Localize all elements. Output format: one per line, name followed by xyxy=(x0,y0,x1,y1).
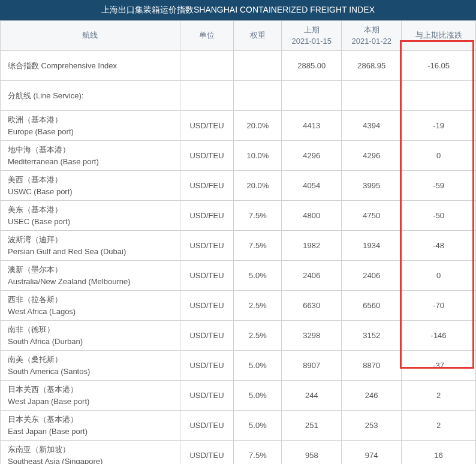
weight-cell: 2.5% xyxy=(234,291,282,321)
route-name-cn: 美西（基本港） xyxy=(8,174,180,186)
unit-cell: USD/TEU xyxy=(180,351,234,381)
route-cell: 日本关东（基本港）East Japan (Base port) xyxy=(1,411,180,441)
prev-cell: 4413 xyxy=(282,111,342,141)
weight-cell xyxy=(234,51,282,81)
curr-cell: 8870 xyxy=(342,351,402,381)
route-name-cn: 分航线 (Line Service): xyxy=(8,90,180,102)
route-cell: 美西（基本港）USWC (Base port) xyxy=(1,171,180,201)
prev-cell: 1982 xyxy=(282,231,342,261)
route-name-en: South Africa (Durban) xyxy=(8,336,180,348)
curr-cell: 1934 xyxy=(342,231,402,261)
curr-cell: 3995 xyxy=(342,171,402,201)
table-row: 澳新（墨尔本）Australia/New Zealand (Melbourne)… xyxy=(1,261,476,291)
route-name-cn: 美东（基本港） xyxy=(8,204,180,216)
change-cell: -48 xyxy=(402,231,476,261)
unit-cell xyxy=(180,51,234,81)
weight-cell: 5.0% xyxy=(234,261,282,291)
route-name-en: Australia/New Zealand (Melbourne) xyxy=(8,276,180,288)
route-name-cn: 南非（德班） xyxy=(8,324,180,336)
data-table: 航线 单位 权重 上期 2021-01-15 本期 2021-01-22 与上期… xyxy=(0,20,476,464)
change-cell: -70 xyxy=(402,291,476,321)
unit-cell: USD/TEU xyxy=(180,141,234,171)
route-cell: 波斯湾（迪拜）Persian Gulf and Red Sea (Dubai) xyxy=(1,231,180,261)
route-name-en: Persian Gulf and Red Sea (Dubai) xyxy=(8,246,180,258)
route-name-en: Southeast Asia (Singapore) xyxy=(8,456,180,465)
change-cell: 0 xyxy=(402,141,476,171)
route-name-cn: 日本关东（基本港） xyxy=(8,414,180,426)
unit-cell: USD/TEU xyxy=(180,231,234,261)
table-row: 地中海（基本港）Mediterranean (Base port)USD/TEU… xyxy=(1,141,476,171)
curr-cell: 253 xyxy=(342,411,402,441)
route-name-cn: 东南亚（新加坡） xyxy=(8,444,180,456)
unit-cell: USD/TEU xyxy=(180,411,234,441)
table-body: 综合指数 Comprehensive Index2885.002868.95-1… xyxy=(1,51,476,465)
table-row: 欧洲（基本港）Europe (Base port)USD/TEU20.0%441… xyxy=(1,111,476,141)
route-name-cn: 澳新（墨尔本） xyxy=(8,264,180,276)
unit-cell: USD/TEU xyxy=(180,381,234,411)
table-row: 日本关西（基本港）West Japan (Base port)USD/TEU5.… xyxy=(1,381,476,411)
prev-cell: 958 xyxy=(282,441,342,465)
weight-cell: 20.0% xyxy=(234,111,282,141)
route-cell: 地中海（基本港）Mediterranean (Base port) xyxy=(1,141,180,171)
freight-index-table: 上海出口集装箱运价指数SHANGHAI CONTAINERIZED FREIGH… xyxy=(0,0,476,464)
curr-cell: 6560 xyxy=(342,291,402,321)
table-row: 美西（基本港）USWC (Base port)USD/FEU20.0%40543… xyxy=(1,171,476,201)
route-cell: 分航线 (Line Service): xyxy=(1,81,180,111)
route-name-cn: 西非（拉各斯） xyxy=(8,294,180,306)
table-row: 分航线 (Line Service): xyxy=(1,81,476,111)
route-cell: 综合指数 Comprehensive Index xyxy=(1,51,180,81)
prev-cell xyxy=(282,81,342,111)
weight-cell: 5.0% xyxy=(234,351,282,381)
unit-cell: USD/FEU xyxy=(180,171,234,201)
table-row: 南美（桑托斯）South America (Santos)USD/TEU5.0%… xyxy=(1,351,476,381)
table-wrapper: 航线 单位 权重 上期 2021-01-15 本期 2021-01-22 与上期… xyxy=(0,20,476,464)
route-name-cn: 综合指数 Comprehensive Index xyxy=(8,60,180,72)
change-cell: -19 xyxy=(402,111,476,141)
change-cell: -50 xyxy=(402,201,476,231)
route-name-en: South America (Santos) xyxy=(8,366,180,378)
route-name-en: West Japan (Base port) xyxy=(8,396,180,408)
weight-cell: 5.0% xyxy=(234,411,282,441)
prev-cell: 4296 xyxy=(282,141,342,171)
header-row: 航线 单位 权重 上期 2021-01-15 本期 2021-01-22 与上期… xyxy=(1,21,476,51)
table-row: 东南亚（新加坡）Southeast Asia (Singapore)USD/TE… xyxy=(1,441,476,465)
change-cell xyxy=(402,81,476,111)
table-row: 西非（拉各斯）West Africa (Lagos)USD/TEU2.5%663… xyxy=(1,291,476,321)
change-cell: 2 xyxy=(402,411,476,441)
route-name-cn: 波斯湾（迪拜） xyxy=(8,234,180,246)
route-name-en: Mediterranean (Base port) xyxy=(8,156,180,168)
header-prev: 上期 2021-01-15 xyxy=(282,21,342,51)
curr-cell xyxy=(342,81,402,111)
unit-cell: USD/TEU xyxy=(180,291,234,321)
weight-cell: 20.0% xyxy=(234,171,282,201)
weight-cell: 5.0% xyxy=(234,381,282,411)
route-name-cn: 地中海（基本港） xyxy=(8,144,180,156)
route-cell: 日本关西（基本港）West Japan (Base port) xyxy=(1,381,180,411)
route-name-en: USEC (Base port) xyxy=(8,216,180,228)
weight-cell xyxy=(234,81,282,111)
route-cell: 东南亚（新加坡）Southeast Asia (Singapore) xyxy=(1,441,180,465)
change-cell: 0 xyxy=(402,261,476,291)
route-cell: 西非（拉各斯）West Africa (Lagos) xyxy=(1,291,180,321)
prev-cell: 244 xyxy=(282,381,342,411)
change-cell: 16 xyxy=(402,441,476,465)
weight-cell: 10.0% xyxy=(234,141,282,171)
route-cell: 澳新（墨尔本）Australia/New Zealand (Melbourne) xyxy=(1,261,180,291)
prev-cell: 4800 xyxy=(282,201,342,231)
unit-cell: USD/TEU xyxy=(180,321,234,351)
unit-cell: USD/TEU xyxy=(180,111,234,141)
curr-cell: 246 xyxy=(342,381,402,411)
header-weight: 权重 xyxy=(234,21,282,51)
curr-cell: 3152 xyxy=(342,321,402,351)
curr-cell: 4750 xyxy=(342,201,402,231)
header-unit: 单位 xyxy=(180,21,234,51)
prev-cell: 3298 xyxy=(282,321,342,351)
table-row: 日本关东（基本港）East Japan (Base port)USD/TEU5.… xyxy=(1,411,476,441)
prev-cell: 2885.00 xyxy=(282,51,342,81)
route-name-cn: 南美（桑托斯） xyxy=(8,354,180,366)
unit-cell: USD/TEU xyxy=(180,261,234,291)
table-row: 美东（基本港）USEC (Base port)USD/FEU7.5%480047… xyxy=(1,201,476,231)
table-row: 南非（德班）South Africa (Durban)USD/TEU2.5%32… xyxy=(1,321,476,351)
weight-cell: 7.5% xyxy=(234,201,282,231)
table-row: 波斯湾（迪拜）Persian Gulf and Red Sea (Dubai)U… xyxy=(1,231,476,261)
